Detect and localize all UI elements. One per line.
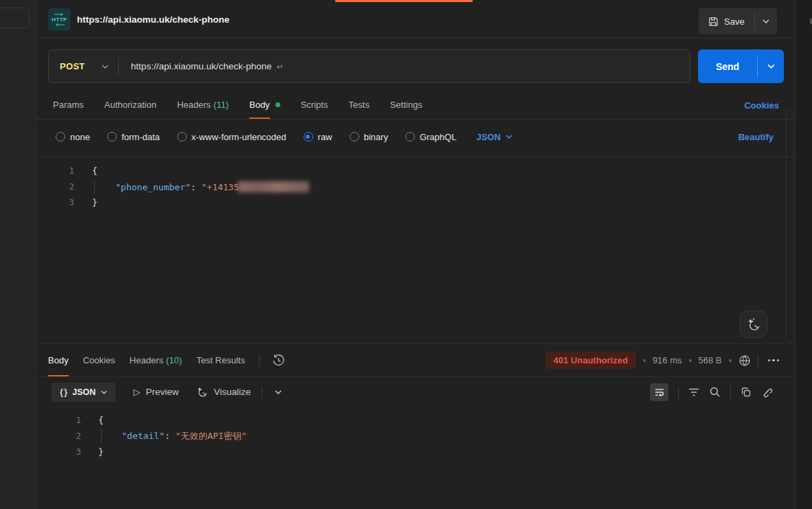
- toolbar-divider: [262, 386, 262, 398]
- response-tabs: Body Cookies Headers(10) Test Results: [48, 344, 245, 376]
- response-format-dropdown[interactable]: { } JSON: [52, 383, 115, 402]
- link-icon[interactable]: [761, 386, 773, 398]
- url-input[interactable]: https://api.xiaomu.uk/check-phone: [131, 61, 272, 71]
- editor-line: 2 "phone_number": "+14135: [36, 179, 795, 194]
- radio-graphql[interactable]: GraphQL: [405, 132, 456, 142]
- radio-circle-icon: [177, 132, 187, 142]
- line-number: 1: [36, 415, 81, 425]
- toolbar-divider: [678, 386, 679, 398]
- url-divider: [118, 57, 119, 76]
- response-header-divider: [259, 354, 260, 367]
- tab-authorization[interactable]: Authorization: [104, 91, 157, 119]
- indent-guide: [101, 429, 102, 443]
- tab-settings[interactable]: Settings: [390, 91, 422, 119]
- tab-scripts[interactable]: Scripts: [301, 91, 328, 119]
- indent-guide: [94, 179, 95, 194]
- http-request-icon: HTTP: [48, 8, 71, 31]
- postbot-ai-button[interactable]: [740, 310, 767, 338]
- cookies-link[interactable]: Cookies: [744, 91, 779, 120]
- line-number: 3: [36, 197, 74, 207]
- tab-headers[interactable]: Headers(11): [177, 91, 229, 119]
- status-badge: 401 Unauthorized: [545, 352, 636, 369]
- http-badge-label: HTTP: [52, 16, 67, 23]
- play-outline-icon: ▷: [133, 387, 140, 397]
- response-tab-headers[interactable]: Headers(10): [130, 344, 182, 376]
- response-tab-test-results[interactable]: Test Results: [196, 344, 245, 376]
- radio-circle-icon: [350, 132, 359, 142]
- separator-dot: [689, 359, 692, 362]
- request-tab-header: HTTP https://api.xiaomu.uk/check-phone S…: [36, 0, 795, 38]
- response-size: 568 B: [699, 355, 722, 365]
- send-button-group: Send: [698, 49, 784, 83]
- response-body-editor[interactable]: 1 { 2 "detail": "无效的API密钥" 3 }: [36, 407, 795, 509]
- braces-icon: { }: [60, 387, 67, 397]
- request-body-editor[interactable]: 1 { 2 "phone_number": "+14135 3 }: [36, 157, 795, 343]
- sparkle-circle-icon: [196, 386, 208, 398]
- request-scrollbar-track[interactable]: [786, 110, 794, 342]
- search-icon[interactable]: [709, 386, 721, 398]
- response-time: 916 ms: [653, 355, 682, 365]
- redacted-value: [238, 181, 309, 192]
- tab-body[interactable]: Body: [249, 91, 280, 119]
- visualize-button[interactable]: Visualize: [196, 386, 251, 398]
- editor-line: 2 "detail": "无效的API密钥": [36, 428, 795, 444]
- method-chevron-icon[interactable]: [102, 65, 109, 69]
- editor-line: 3 }: [36, 194, 795, 210]
- body-modified-dot-icon: [275, 102, 280, 107]
- save-button-label: Save: [724, 16, 745, 27]
- send-button[interactable]: Send: [698, 49, 757, 83]
- tab-params[interactable]: Params: [53, 91, 84, 119]
- main-panel: HTTP https://api.xiaomu.uk/check-phone S…: [36, 0, 795, 509]
- line-number: 2: [36, 431, 81, 441]
- radio-circle-icon: [107, 132, 117, 142]
- status-divider: [758, 354, 758, 367]
- radio-raw[interactable]: raw: [304, 132, 332, 142]
- toolbar-divider: [730, 386, 731, 398]
- editor-line: 1 {: [36, 412, 795, 428]
- toolbar-chevron-icon[interactable]: [275, 390, 282, 394]
- line-number: 1: [36, 166, 74, 176]
- send-options-chevron[interactable]: [758, 49, 784, 83]
- response-status-cluster: 401 Unauthorized 916 ms 568 B: [545, 344, 795, 376]
- body-mode-row: none form-data x-www-form-urlencoded raw…: [36, 125, 795, 148]
- api-client-window: HTTP https://api.xiaomu.uk/check-phone S…: [0, 0, 812, 509]
- radio-none[interactable]: none: [56, 132, 90, 142]
- separator-dot: [729, 359, 732, 362]
- radio-x-www-form-urlencoded[interactable]: x-www-form-urlencoded: [177, 132, 286, 142]
- preview-button[interactable]: ▷ Preview: [133, 387, 179, 397]
- floppy-disk-icon: [708, 16, 719, 27]
- save-options-chevron[interactable]: [755, 8, 777, 34]
- save-button-group: Save: [699, 8, 777, 34]
- filter-icon[interactable]: [688, 387, 699, 397]
- left-sidebar-rail: [0, 0, 36, 509]
- separator-dot: [643, 359, 646, 362]
- wrap-text-icon[interactable]: [650, 383, 668, 401]
- radio-form-data[interactable]: form-data: [107, 132, 160, 142]
- request-tabs: Params Authorization Headers(11) Body Sc…: [36, 91, 795, 120]
- chevron-down-icon: [101, 390, 107, 394]
- left-rail-item[interactable]: [0, 8, 30, 28]
- radio-selected-icon: [304, 132, 313, 142]
- editor-line: 3 }: [36, 444, 795, 460]
- right-sidebar-rail: [795, 0, 812, 509]
- tab-tests[interactable]: Tests: [348, 91, 369, 119]
- radio-binary[interactable]: binary: [350, 132, 388, 142]
- copy-icon[interactable]: [741, 387, 752, 398]
- response-history-icon[interactable]: [272, 344, 285, 376]
- response-tab-cookies[interactable]: Cookies: [83, 344, 115, 376]
- response-tab-body[interactable]: Body: [48, 344, 69, 376]
- beautify-link[interactable]: Beautify: [738, 125, 774, 148]
- response-headers-count: (10): [166, 355, 182, 365]
- response-toolbar-icons: [650, 383, 795, 401]
- enter-key-hint-icon: ↵: [276, 62, 283, 71]
- request-tab-title: https://api.xiaomu.uk/check-phone: [77, 0, 229, 38]
- method-selector[interactable]: POST: [49, 61, 102, 71]
- response-toolbar: { } JSON ▷ Preview Visualize: [36, 377, 795, 407]
- save-button[interactable]: Save: [699, 8, 754, 34]
- raw-language-dropdown[interactable]: JSON: [476, 132, 512, 142]
- line-number: 3: [36, 446, 81, 457]
- network-globe-icon[interactable]: [738, 354, 751, 367]
- more-options-icon[interactable]: [765, 357, 782, 365]
- headers-count: (11): [214, 100, 229, 110]
- url-builder: POST https://api.xiaomu.uk/check-phone ↵: [48, 49, 690, 83]
